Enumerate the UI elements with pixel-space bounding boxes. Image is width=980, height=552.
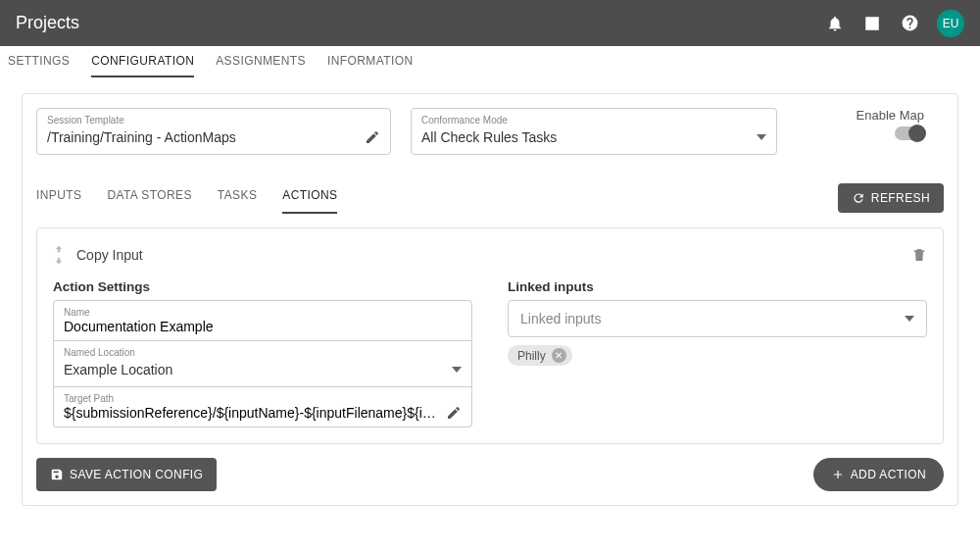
topbar-actions: EU xyxy=(825,10,964,37)
linked-input-chip: Philly ✕ xyxy=(508,345,572,366)
target-path-field[interactable]: Target Path xyxy=(53,387,472,427)
tab-information[interactable]: INFORMATION xyxy=(327,46,414,77)
action-settings-title: Action Settings xyxy=(53,279,472,294)
chevron-down-icon[interactable] xyxy=(452,367,462,373)
chip-label: Philly xyxy=(517,349,546,363)
enable-map-group: Enable Map xyxy=(797,108,944,144)
refresh-icon xyxy=(852,191,865,205)
pencil-icon[interactable] xyxy=(365,129,380,145)
target-path-input[interactable] xyxy=(64,405,440,421)
name-input[interactable] xyxy=(64,319,462,334)
sub-tab-data-stores[interactable]: DATA STORES xyxy=(107,182,191,214)
page-title: Projects xyxy=(16,13,79,33)
topbar: Projects EU xyxy=(0,0,980,46)
arrow-up-icon xyxy=(53,244,65,254)
action-settings-col: Action Settings Name Named Location Exam… xyxy=(53,279,472,427)
conformance-mode-field[interactable]: Conformance Mode All Check Rules Tasks xyxy=(411,108,777,155)
linked-inputs-col: Linked inputs Linked inputs Philly ✕ xyxy=(508,279,927,427)
main-tabs: SETTINGS CONFIGURATION ASSIGNMENTS INFOR… xyxy=(0,46,980,77)
named-location-label: Named Location xyxy=(64,347,462,359)
chip-close-icon[interactable]: ✕ xyxy=(552,348,566,363)
tab-settings[interactable]: SETTINGS xyxy=(8,46,70,77)
help-icon[interactable] xyxy=(900,14,919,33)
reorder-arrows[interactable] xyxy=(53,244,65,266)
save-icon xyxy=(50,468,64,481)
tab-configuration[interactable]: CONFIGURATION xyxy=(91,46,194,77)
sub-tabs: INPUTS DATA STORES TASKS ACTIONS xyxy=(36,182,337,214)
save-action-config-button[interactable]: SAVE ACTION CONFIG xyxy=(36,458,217,491)
name-label: Name xyxy=(64,307,462,319)
session-template-label: Session Template xyxy=(47,115,380,126)
add-action-button[interactable]: ADD ACTION xyxy=(813,458,944,491)
sub-tab-actions[interactable]: ACTIONS xyxy=(282,182,337,214)
refresh-button[interactable]: REFRESH xyxy=(838,183,944,213)
refresh-label: REFRESH xyxy=(871,191,930,205)
conformance-mode-label: Conformance Mode xyxy=(421,115,766,126)
target-path-label: Target Path xyxy=(64,393,462,405)
config-card: Session Template /Training/Training - Ac… xyxy=(22,93,958,506)
action-title: Copy Input xyxy=(76,247,143,263)
linked-inputs-title: Linked inputs xyxy=(508,279,927,294)
named-location-value: Example Location xyxy=(64,359,172,380)
session-template-field[interactable]: Session Template /Training/Training - Ac… xyxy=(36,108,391,155)
sub-tab-tasks[interactable]: TASKS xyxy=(218,182,257,214)
plus-icon xyxy=(831,468,845,481)
chevron-down-icon xyxy=(905,316,914,322)
trash-icon[interactable] xyxy=(911,246,927,264)
enable-map-label: Enable Map xyxy=(797,108,924,123)
tab-assignments[interactable]: ASSIGNMENTS xyxy=(216,46,306,77)
session-template-value: /Training/Training - ActionMaps xyxy=(47,126,236,148)
bell-icon[interactable] xyxy=(825,14,845,33)
chart-icon[interactable] xyxy=(862,14,882,33)
enable-map-toggle[interactable] xyxy=(895,126,924,140)
chevron-down-icon[interactable] xyxy=(757,134,766,140)
name-field[interactable]: Name xyxy=(53,300,472,341)
conformance-mode-value: All Check Rules Tasks xyxy=(421,126,557,148)
avatar[interactable]: EU xyxy=(937,10,964,37)
linked-inputs-placeholder: Linked inputs xyxy=(520,311,602,326)
arrow-down-icon xyxy=(53,256,65,266)
sub-tab-inputs[interactable]: INPUTS xyxy=(36,182,81,214)
action-card: Copy Input Action Settings Name xyxy=(36,227,944,444)
add-action-label: ADD ACTION xyxy=(851,468,926,481)
save-label: SAVE ACTION CONFIG xyxy=(70,468,203,481)
named-location-field[interactable]: Named Location Example Location xyxy=(53,341,472,387)
pencil-icon[interactable] xyxy=(446,405,462,421)
linked-inputs-select[interactable]: Linked inputs xyxy=(508,300,927,337)
